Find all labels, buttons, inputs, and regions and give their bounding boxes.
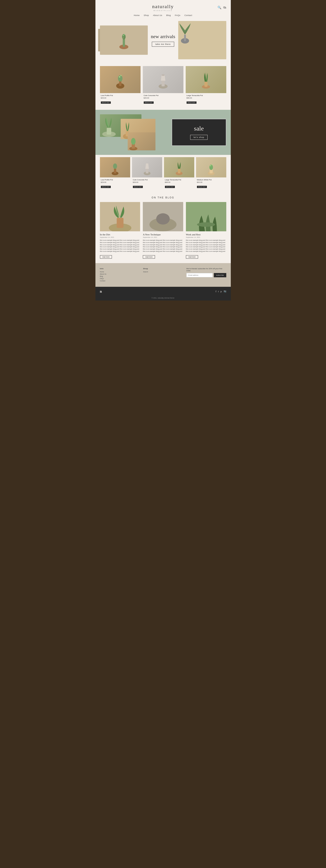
read-more-button[interactable]: read more: [143, 255, 155, 258]
product-price: $26.00: [133, 181, 161, 183]
product-price: $26.00: [144, 97, 182, 99]
footer-shop-title: Shop: [143, 268, 183, 270]
blog-post-text: this is an example blog post this is an …: [186, 239, 226, 252]
read-more-button[interactable]: read more: [186, 255, 198, 258]
hero-section: new arrivals take me there: [95, 19, 231, 64]
svg-rect-7: [184, 34, 186, 41]
blog-section: ON THE BLOG In the Dirt September 14, 20…: [95, 194, 231, 263]
footer-bottom: n f t p 📷: [95, 287, 231, 296]
blog-post-title: In the Dirt: [100, 233, 140, 236]
blog-grid: In the Dirt September 14, 2021 this is a…: [100, 202, 226, 258]
svg-point-36: [209, 164, 213, 170]
footer-info-link-faqs[interactable]: FAQs: [100, 278, 140, 279]
svg-rect-44: [156, 213, 170, 224]
product-name: Medium White Pot: [197, 179, 226, 181]
sold-out-badge: SOLD OUT: [133, 186, 143, 188]
hero-cta-button[interactable]: take me there: [152, 42, 174, 47]
pinterest-icon[interactable]: p: [220, 290, 222, 292]
svg-point-2: [122, 34, 126, 39]
blog-post-date: September 14, 2021: [143, 237, 183, 238]
products-section-1: Low Profile Pot $29.00 SOLD OUT: [95, 64, 231, 110]
blog-card: Work and Rest September 14, 2021 this is…: [186, 202, 226, 258]
svg-rect-14: [161, 81, 165, 86]
product-price: $29.00: [101, 181, 129, 183]
footer-shop-link-search[interactable]: Search: [143, 271, 183, 273]
svg-point-12: [120, 75, 121, 76]
product-card[interactable]: Low Profile Pot $29.00 SOLD OUT: [100, 66, 141, 105]
footer-shop-col: Shop Search: [143, 268, 183, 282]
product-card[interactable]: Large Terracotta Pot $96.00 SOLD OUT: [186, 66, 226, 105]
footer-newsletter-title: We're friends! subscribe for 20% off you…: [186, 268, 226, 272]
footer-social: f t p 📷: [215, 290, 226, 292]
twitter-icon[interactable]: t: [218, 290, 219, 292]
svg-rect-18: [204, 82, 208, 87]
svg-rect-20: [107, 128, 111, 134]
product-price: $32.00: [197, 181, 226, 183]
svg-marker-31: [145, 163, 149, 169]
product-price: $96.00: [186, 97, 226, 99]
nav-faqs[interactable]: FAQs: [175, 14, 180, 17]
svg-rect-41: [117, 218, 123, 228]
svg-rect-30: [146, 169, 148, 174]
footer-info-link-contact[interactable]: Contact: [100, 280, 140, 282]
footer-info-link-about[interactable]: About Us: [100, 273, 140, 275]
header-icons: 🔍 🛍: [217, 6, 226, 9]
newsletter-subscribe-button[interactable]: subscribe: [214, 273, 226, 277]
svg-point-3: [123, 35, 124, 36]
hero-left-image: [100, 26, 148, 55]
newsletter-email-input[interactable]: [186, 273, 213, 277]
nav-home[interactable]: Home: [134, 14, 140, 17]
blog-post-title: Work and Rest: [186, 233, 226, 236]
read-more-button[interactable]: read more: [100, 255, 112, 258]
svg-point-16: [161, 74, 165, 76]
product-card[interactable]: Cute Concrete Pot $26.00 SOLD OUT: [132, 157, 162, 190]
nav-contact[interactable]: Contact: [184, 14, 192, 17]
product-price: $96.00: [165, 181, 194, 183]
footer-top: Info Home About Us Blog FAQs Contact Sho…: [95, 263, 231, 287]
logo[interactable]: naturally MARKETPLACE: [152, 4, 174, 11]
svg-point-38: [211, 164, 212, 165]
product-grid-2: Low Profile Pot $29.00 SOLD OUT: [100, 157, 226, 190]
footer-copyright: © 2021, naturally-minimal theme: [95, 296, 231, 301]
newsletter-form: subscribe: [186, 273, 226, 277]
footer-info-link-blog[interactable]: Blog: [100, 276, 140, 277]
svg-point-4: [124, 34, 125, 35]
nav-about[interactable]: About Us: [153, 14, 162, 17]
product-card[interactable]: Cute Concrete Pot $26.00 SOLD OUT: [143, 66, 183, 105]
nav-blog[interactable]: Blog: [166, 14, 171, 17]
product-card[interactable]: Low Profile Pot $29.00 SOLD OUT: [100, 157, 130, 190]
product-name: Large Terracotta Pot: [186, 94, 226, 96]
sale-title: sale: [177, 125, 221, 132]
product-name: Low Profile Pot: [101, 179, 129, 181]
product-card[interactable]: Medium White Pot $32.00 SOLD OUT: [196, 157, 226, 190]
main-nav: Home Shop About Us Blog FAQs Contact: [100, 12, 226, 19]
nav-shop[interactable]: Shop: [144, 14, 149, 17]
blog-card: In the Dirt September 14, 2021 this is a…: [100, 202, 140, 258]
product-card[interactable]: Large Terracotta Pot $96.00 SOLD OUT: [164, 157, 194, 190]
svg-point-11: [119, 76, 120, 78]
sold-out-badge: SOLD OUT: [101, 101, 111, 104]
footer-info-col: Info Home About Us Blog FAQs Contact: [100, 268, 140, 282]
product-name: Cute Concrete Pot: [144, 94, 182, 96]
hero-title: new arrivals: [150, 34, 176, 39]
blog-card: A New Technique September 14, 2021 this …: [143, 202, 183, 258]
svg-point-28: [113, 163, 117, 169]
search-icon[interactable]: 🔍: [217, 6, 221, 9]
svg-point-46: [197, 222, 215, 227]
logo-subtitle: MARKETPLACE: [152, 10, 174, 11]
product-name: Large Terracotta Pot: [165, 179, 194, 181]
footer-info-link-home[interactable]: Home: [100, 271, 140, 273]
svg-point-10: [118, 75, 122, 82]
sale-cta-button[interactable]: let's shop: [190, 135, 208, 140]
svg-rect-33: [178, 169, 180, 174]
products-section-2: Low Profile Pot $29.00 SOLD OUT: [95, 155, 231, 194]
sale-section: sale let's shop: [95, 110, 231, 155]
instagram-icon[interactable]: 📷: [224, 290, 226, 292]
sold-out-badge: SOLD OUT: [101, 186, 111, 188]
blog-post-text: this is an example blog post this is an …: [100, 239, 140, 252]
footer-logo-small: n: [100, 289, 102, 293]
blog-post-text: this is an example blog post this is an …: [143, 239, 183, 252]
svg-point-25: [131, 138, 136, 145]
cart-icon[interactable]: 🛍: [223, 6, 226, 9]
facebook-icon[interactable]: f: [215, 290, 216, 292]
